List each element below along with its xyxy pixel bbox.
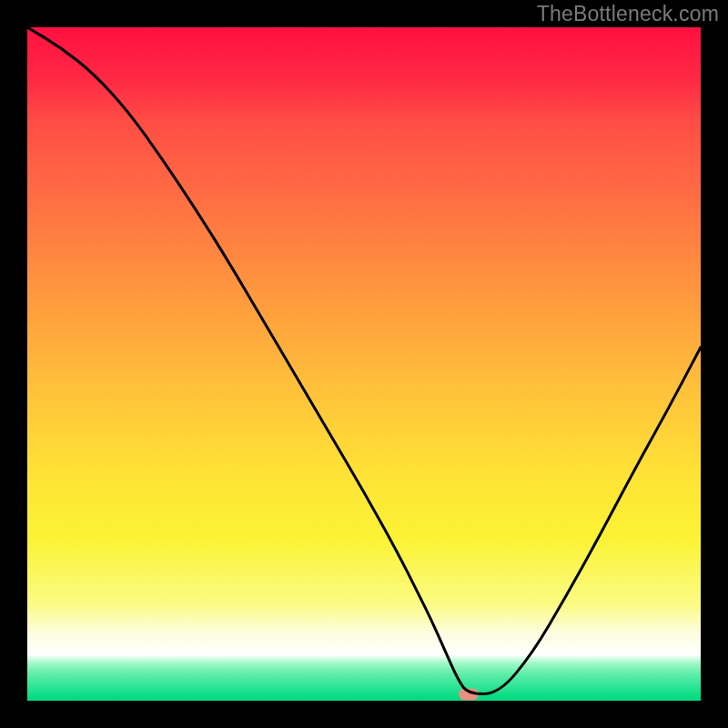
curve-path [27, 27, 701, 694]
bottleneck-curve [27, 27, 701, 701]
plot-area [27, 27, 701, 701]
chart-stage: TheBottleneck.com [0, 0, 728, 728]
watermark-text: TheBottleneck.com [537, 2, 719, 26]
